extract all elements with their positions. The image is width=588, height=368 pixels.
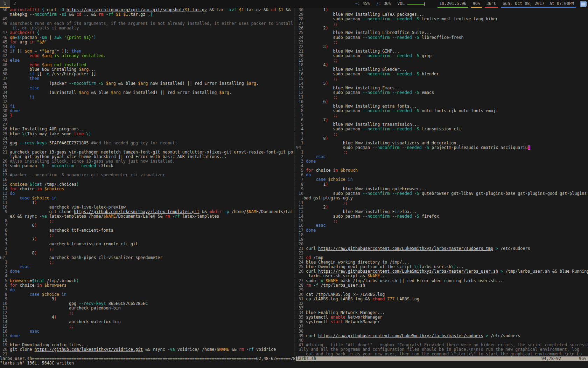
- volume-segment[interactable]: VOL: [394, 0, 436, 8]
- code-line[interactable]: 9 blue Now installing qutebrowser...: [296, 187, 588, 191]
- workspace-2[interactable]: 2: [10, 0, 20, 8]
- code-line[interactable]: 1 8): [0, 251, 294, 255]
- code-line[interactable]: 4: [296, 164, 588, 168]
- code-line[interactable]: 35 systemctl enable NetworkManager: [296, 315, 588, 320]
- code-line[interactable]: 18: [0, 338, 294, 343]
- code-line[interactable]: 39 curl https://raw.githubusercontent.co…: [296, 334, 588, 338]
- code-line[interactable]: 41 #dialog --title "All done!" --msgbox …: [296, 343, 588, 347]
- code-line[interactable]: 38 if [[ -e /usr/bin/packer ]]: [0, 72, 294, 76]
- code-line[interactable]: 50 aurinstall() { curl -O https://aur.ar…: [0, 8, 294, 12]
- ip-segment[interactable]: 10.201.5.96: [436, 0, 469, 8]
- code-line[interactable]: 20 #Also installing i3lock, since i3-gap…: [0, 159, 294, 164]
- code-line[interactable]: 17 blue Now installing Blender...: [296, 67, 588, 72]
- temperature-segment[interactable]: 36°C: [483, 0, 499, 8]
- code-line[interactable]: 29 }: [0, 113, 294, 118]
- code-line[interactable]: 16 sudo pacman --noconfirm --needed -S b…: [296, 72, 588, 76]
- code-line[interactable]: 34 blue Enabling Network Manager...: [296, 311, 588, 315]
- code-line[interactable]: 27: [0, 122, 294, 127]
- code-line[interactable]: 41 else: [0, 58, 294, 63]
- code-line[interactable]: 28 sudo pacman --noconfirm --needed -S t…: [296, 17, 588, 21]
- code-line[interactable]: -bad gst-plugins-ugly: [296, 196, 588, 200]
- code-line[interactable]: 49: [0, 17, 294, 21]
- code-line[interactable]: 25 blue Downloading next portion of the …: [296, 265, 588, 269]
- code-line[interactable]: 4: [0, 274, 294, 278]
- code-line[interactable]: 45 for arg in "$@": [0, 40, 294, 45]
- code-line[interactable]: 34 (aurinstall $arg && blue $arg now ins…: [0, 90, 294, 95]
- code-line[interactable]: 14 sudo pacman --noconfirm --needed -S f…: [296, 214, 588, 219]
- code-line[interactable]: 44 do: [0, 45, 294, 49]
- code-line[interactable]: 13 4): [0, 315, 294, 320]
- code-line[interactable]: 23 gpg --recv-keys 5FAF0A6EE7371805 #Add…: [0, 141, 294, 145]
- code-line[interactable]: makepkg --noconfirm -si && cd .. && rm -…: [0, 12, 294, 17]
- code-line[interactable]: 18 4): [296, 63, 588, 67]
- code-line[interactable]: 3 done: [0, 269, 294, 274]
- code-line[interactable]: 16: [0, 177, 294, 182]
- volume-slider[interactable]: [407, 2, 433, 6]
- code-line[interactable]: 10 gpg --recv-keys 865E6C87C65285EC: [0, 301, 294, 306]
- code-line[interactable]: 15 choices=$(cat /tmp/.choices): [0, 182, 294, 187]
- code-line[interactable]: 16 esac: [296, 223, 588, 228]
- code-line[interactable]: 35 else: [0, 86, 294, 90]
- code-line[interactable]: 12 2): [296, 205, 588, 210]
- code-line[interactable]: 2 esac: [0, 265, 294, 269]
- code-line[interactable]: 7 do: [0, 288, 294, 292]
- code-line[interactable]: lybar-git python-pywal xfce-theme-blackb…: [0, 155, 294, 159]
- code-line[interactable]: 16 esac: [0, 329, 294, 334]
- code-line[interactable]: 25 blue \(This may take some time.\): [0, 132, 294, 136]
- code-line[interactable]: 19 sudo pacman -S --noconfirm --needed i…: [0, 164, 294, 168]
- code-line[interactable]: 1 ;;: [296, 150, 588, 155]
- code-line[interactable]: 10 6): [296, 100, 588, 104]
- code-line[interactable]: 94 sudo pacman --noconfirm --needed -S p…: [296, 145, 588, 150]
- code-line[interactable]: 17 done: [0, 334, 294, 338]
- code-line[interactable]: ully and all the programs and configurat…: [296, 347, 588, 352]
- code-line[interactable]: 32: [296, 301, 588, 306]
- code-line[interactable]: 33: [296, 306, 588, 311]
- code-line[interactable]: 24 sudo pacman --noconfirm --needed -S l…: [296, 35, 588, 40]
- code-line[interactable]: 62 aurcheck bash-pipes cli-visualizer sp…: [0, 255, 294, 260]
- code-line[interactable]: 17 done: [296, 228, 588, 233]
- code-line[interactable]: 15 ;;: [0, 324, 294, 329]
- code-line[interactable]: 10 sudo pacman --noconfirm --needed -S q…: [296, 191, 588, 196]
- code-line[interactable]: 8 1): [296, 182, 588, 187]
- code-line[interactable]: 26 curl https://raw.githubusercontent.co…: [296, 269, 588, 274]
- code-line[interactable]: 37: [296, 324, 588, 329]
- code-line[interactable]: 9 blue Now installing extra fonts...: [296, 104, 588, 109]
- code-line[interactable]: 20: [296, 242, 588, 246]
- code-line[interactable]: 11 1): [0, 200, 294, 205]
- code-line[interactable]: 19 blue Downloading config files...: [0, 343, 294, 347]
- code-line[interactable]: 8 ;;: [0, 219, 294, 223]
- code-line[interactable]: 28 rm -f /tmp/larbs_user.sh: [296, 283, 588, 288]
- code-line[interactable]: 27 ;;: [296, 21, 588, 26]
- code-line[interactable]: 5 browsers=$(cat /tmp/.browch): [0, 279, 294, 283]
- datetime-segment[interactable]: Sun, Oct 08, 2017 at 07:00PM: [499, 0, 577, 8]
- workspace-1[interactable]: 1: [0, 0, 10, 8]
- right-pane[interactable]: 30 1) 29 blue Now installing LaTeX packa…: [296, 8, 588, 356]
- code-line[interactable]: 31 cp /LARBS.log LARBS.log && chmod 777 …: [296, 297, 588, 301]
- code-line[interactable]: 24 blue Changin working directory to /tm…: [296, 260, 588, 265]
- code-line[interactable]: 30 done: [0, 109, 294, 113]
- code-line[interactable]: 20 git clone https://github.com/lukesmit…: [0, 347, 294, 352]
- code-line[interactable]: larbs_user.sh script as $NAME...: [296, 274, 588, 278]
- code-line[interactable]: 18: [296, 233, 588, 237]
- code-line[interactable]: 33 fi: [0, 95, 294, 100]
- code-line[interactable]: 37 then: [0, 76, 294, 81]
- code-line[interactable]: 36 systemctl start NetworkManager: [296, 320, 588, 324]
- volume-tick-handle[interactable]: [424, 2, 425, 6]
- code-line[interactable]: 30 cat /tmp/LARBS.log >> /LARBS.log: [296, 292, 588, 297]
- code-line[interactable]: 15 ;;: [296, 219, 588, 223]
- code-line[interactable]: 32: [0, 100, 294, 104]
- code-line[interactable]: 4 sudo pacman --noconfirm --needed -S tr…: [296, 127, 588, 131]
- code-line[interactable]: 5 for choice in $brouch: [296, 168, 588, 173]
- code-line[interactable]: 18: [0, 168, 294, 173]
- code-line[interactable]: 26 blue Installing AUR programs...: [0, 127, 294, 131]
- code-line[interactable]: 12 sudo pacman --noconfirm --needed -S e…: [296, 90, 588, 95]
- code-line[interactable]: 17 #packer --noconfirm -S ncpamixer-git …: [0, 173, 294, 177]
- code-line[interactable]: 21 blue Now installing GIMP...: [296, 49, 588, 54]
- code-line[interactable]: 14 aurcheck waterfox-bin: [0, 320, 294, 324]
- code-line[interactable]: 20 sudo pacman --noconfirm --needed -S g…: [296, 54, 588, 58]
- code-line[interactable]: 21: [0, 352, 294, 356]
- code-line[interactable]: 6 7): [296, 118, 588, 122]
- code-line[interactable]: 2 8): [296, 136, 588, 141]
- code-line[interactable]: 14 for choice in $choices: [0, 187, 294, 191]
- code-line[interactable]: 42 echo $arg is already installed.: [0, 54, 294, 58]
